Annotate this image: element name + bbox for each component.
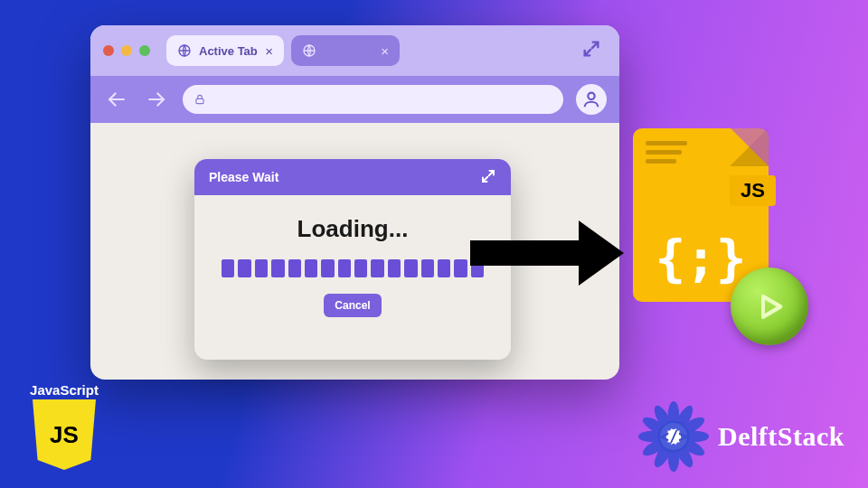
javascript-label: JavaScript — [22, 382, 107, 398]
tab-label: Active Tab — [199, 44, 258, 58]
back-button[interactable] — [103, 88, 130, 111]
lock-icon — [193, 93, 206, 106]
delftstack-logo: </> DelftStack — [638, 401, 844, 472]
delftstack-name: DelftStack — [718, 421, 844, 452]
browser-window: Active Tab × × Please Wait — [90, 25, 619, 380]
expand-icon[interactable] — [480, 168, 496, 187]
forward-button[interactable] — [143, 88, 170, 111]
window-controls — [103, 45, 150, 56]
play-button[interactable] — [731, 267, 808, 345]
loading-text: Loading... — [222, 215, 484, 243]
minimize-dot[interactable] — [121, 45, 132, 56]
svg-rect-2 — [196, 99, 203, 103]
js-badge: JS — [730, 175, 776, 206]
profile-button[interactable] — [576, 84, 607, 115]
loading-dialog: Please Wait Loading... Cancel — [194, 159, 511, 360]
tab-active[interactable]: Active Tab × — [166, 35, 284, 66]
globe-icon — [302, 43, 316, 58]
javascript-logo: JavaScript JS — [22, 382, 107, 470]
svg-point-3 — [588, 93, 594, 99]
dialog-titlebar: Please Wait — [194, 159, 511, 195]
cancel-button[interactable]: Cancel — [324, 294, 381, 317]
browser-titlebar: Active Tab × × — [90, 25, 619, 76]
user-icon — [581, 89, 601, 109]
delftstack-emblem: </> — [638, 401, 709, 472]
dialog-title: Please Wait — [209, 170, 278, 184]
globe-icon — [177, 43, 192, 58]
dialog-body: Loading... Cancel — [194, 195, 511, 317]
js-shield-text: JS — [50, 421, 79, 449]
tab-inactive[interactable]: × — [291, 35, 400, 66]
mandala-icon — [638, 401, 709, 472]
browser-toolbar — [90, 76, 619, 123]
progress-bar — [222, 259, 484, 277]
url-bar[interactable] — [183, 85, 563, 114]
js-shield: JS — [33, 399, 96, 470]
close-tab-icon[interactable]: × — [265, 43, 273, 59]
arrow-icon — [470, 226, 633, 280]
file-lines-decoration — [646, 141, 687, 164]
maximize-dot[interactable] — [139, 45, 150, 56]
close-dot[interactable] — [103, 45, 114, 56]
close-tab-icon[interactable]: × — [381, 43, 389, 59]
expand-icon[interactable] — [581, 39, 601, 62]
